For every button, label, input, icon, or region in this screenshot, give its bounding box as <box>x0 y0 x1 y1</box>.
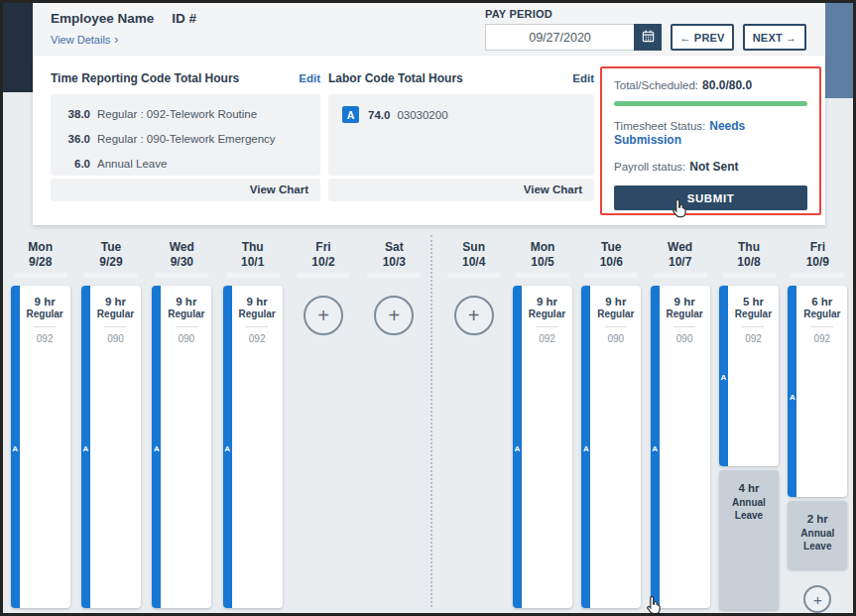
entry-divider <box>246 326 268 327</box>
annual-leave-card[interactable]: 4 hrAnnual Leave <box>719 470 779 610</box>
day-column-sun-10-4: Sun10/4+ <box>439 227 508 613</box>
day-date: 10/6 <box>600 255 623 270</box>
header-steel-block <box>825 3 853 98</box>
day-column-mon-10-5: Mon10/5A9 hrRegular092 <box>508 227 576 613</box>
entry-accent-bar: A <box>719 286 728 466</box>
entry-accent-bar: A <box>223 286 232 608</box>
payroll-status-row: Payroll status:Not Sent <box>614 160 807 174</box>
add-entry-button[interactable]: + <box>803 585 831 613</box>
payroll-status-value: Not Sent <box>689 160 738 174</box>
day-header: Wed10/7 <box>668 227 692 270</box>
time-entry-card[interactable]: A9 hrRegular090 <box>581 286 641 608</box>
day-header: Mon10/5 <box>531 227 555 270</box>
entry-hours: 9 hr <box>20 296 70 308</box>
entry-accent-bar: A <box>152 286 161 608</box>
entry-divider <box>536 326 557 327</box>
day-column-thu-10-1: Thu10/1A9 hrRegular092 <box>217 227 288 613</box>
employee-name-line: Employee NameID # <box>51 11 196 26</box>
time-reporting-edit-link[interactable]: Edit <box>299 72 320 84</box>
entry-accent-bar: A <box>11 286 20 608</box>
week-2: Sun10/4+Mon10/5A9 hrRegular092Tue10/6A9 … <box>439 227 852 613</box>
payroll-status-label: Payroll status: <box>614 161 685 173</box>
day-header: Mon9/28 <box>28 227 53 270</box>
total-scheduled-value: 80.0/80.0 <box>702 78 752 92</box>
entry-divider <box>34 326 56 327</box>
day-date: 10/8 <box>737 255 760 270</box>
view-details-link[interactable]: View Details› <box>51 33 196 47</box>
entry-code: 092 <box>522 333 572 344</box>
entry-divider <box>605 326 627 327</box>
day-date: 9/29 <box>99 255 122 270</box>
time-entry-card[interactable]: A9 hrRegular092 <box>11 286 70 608</box>
entry-hours: 9 hr <box>161 296 211 308</box>
entry-hours: 4 hr <box>719 482 779 494</box>
day-header: Tue10/6 <box>600 227 623 270</box>
employee-id: ID # <box>172 11 196 26</box>
employee-name: Employee Name <box>51 11 154 26</box>
time-entry-card[interactable]: A9 hrRegular090 <box>651 286 710 608</box>
labor-code-edit-link[interactable]: Edit <box>572 72 594 84</box>
labor-code-a-badge: A <box>581 444 590 453</box>
labor-code-panel: A 74.0 03030200 <box>328 94 594 176</box>
prev-period-button[interactable]: ← PREV <box>671 24 734 51</box>
week-divider <box>430 235 432 607</box>
day-of-week: Fri <box>311 240 334 255</box>
entry-type: Regular <box>161 308 211 319</box>
time-entry-card[interactable]: A6 hrRegular092 <box>788 286 847 497</box>
week-1: Mon9/28A9 hrRegular092Tue9/29A9 hrRegula… <box>5 227 429 613</box>
day-header: Tue9/29 <box>99 227 122 270</box>
entry-code: 090 <box>161 333 211 344</box>
time-reporting-panel: 38.0 Regular : 092-Telework Routine 36.0… <box>51 94 320 176</box>
day-of-week: Sat <box>383 240 406 255</box>
time-entry-card[interactable]: A9 hrRegular092 <box>223 286 283 608</box>
day-header: Fri10/2 <box>311 227 334 270</box>
day-date: 10/9 <box>806 255 829 270</box>
labor-code-a-badge: A <box>223 444 232 453</box>
labor-code-row: A 74.0 03030200 <box>342 102 584 127</box>
time-reporting-view-chart-link[interactable]: View Chart <box>51 179 320 201</box>
labor-code-a-badge: A <box>651 444 660 453</box>
row-hours: 6.0 <box>57 152 90 177</box>
next-period-button[interactable]: NEXT → <box>743 24 806 51</box>
day-header: Sat10/3 <box>383 227 406 270</box>
pay-period-date-input[interactable] <box>485 24 634 51</box>
entry-accent-bar: A <box>651 286 660 608</box>
entry-code: 092 <box>728 333 779 344</box>
time-entry-card[interactable]: A9 hrRegular092 <box>513 286 572 608</box>
day-date: 10/5 <box>531 255 555 270</box>
time-entry-card[interactable]: A9 hrRegular090 <box>81 286 141 608</box>
labor-code-view-chart-link[interactable]: View Chart <box>328 179 594 201</box>
add-entry-button[interactable]: + <box>374 296 414 335</box>
hours-progress-bar <box>614 101 807 106</box>
day-header-underline <box>447 273 501 278</box>
entry-hours: 9 hr <box>90 296 141 308</box>
entry-type: Annual Leave <box>719 496 779 522</box>
entry-code: 092 <box>232 333 283 344</box>
day-date: 10/3 <box>383 255 406 270</box>
entry-type: Regular <box>590 308 641 319</box>
entry-hours: 9 hr <box>660 296 710 308</box>
entry-divider <box>742 326 764 327</box>
entry-type: Regular <box>232 308 283 319</box>
calendar-picker-button[interactable] <box>634 24 662 51</box>
employee-block: Employee NameID # View Details› <box>51 11 196 47</box>
day-of-week: Wed <box>668 240 692 255</box>
submit-button[interactable]: SUBMIT <box>614 185 807 210</box>
row-hours: 74.0 <box>368 109 390 121</box>
top-header-band: Employee NameID # View Details› PAY PERI… <box>33 3 825 56</box>
add-entry-button[interactable]: + <box>454 296 494 335</box>
entry-type: Annual Leave <box>788 527 847 553</box>
day-header-underline <box>516 273 569 278</box>
time-entry-card[interactable]: A9 hrRegular090 <box>152 286 211 608</box>
annual-leave-card[interactable]: 2 hrAnnual Leave <box>788 501 847 569</box>
time-entry-card[interactable]: A5 hrRegular092 <box>719 286 779 466</box>
day-header-underline <box>297 273 350 278</box>
add-entry-button[interactable]: + <box>304 296 343 335</box>
entry-accent-bar: A <box>581 286 590 608</box>
entry-type: Regular <box>660 308 710 319</box>
day-of-week: Fri <box>806 240 829 255</box>
entry-type: Regular <box>728 308 779 319</box>
row-label: Regular : 092-Telework Routine <box>97 102 257 127</box>
entry-type: Regular <box>522 308 572 319</box>
day-header-underline <box>722 273 776 278</box>
